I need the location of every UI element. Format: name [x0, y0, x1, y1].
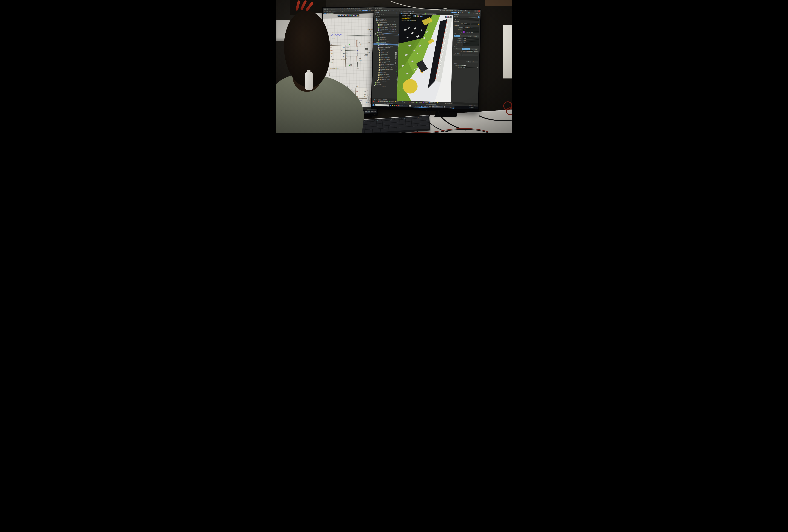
ref-des[interactable]: DA2 — [330, 43, 332, 45]
taskbar-app-icon[interactable] — [390, 105, 391, 106]
layer-tab[interactable]: LS — [372, 100, 376, 102]
tool-icon[interactable] — [341, 15, 342, 16]
layer-prev-arrow[interactable]: ‹ — [376, 101, 376, 102]
opacity-slider[interactable] — [468, 67, 478, 68]
taskbar-window-button[interactable]: EcoSBV... — [365, 111, 371, 113]
override-color-checkbox[interactable] — [462, 65, 464, 66]
layer-next-arrow[interactable]: › — [377, 101, 377, 102]
key[interactable] — [365, 129, 372, 133]
value[interactable]: 2.2µH — [332, 38, 336, 39]
key[interactable] — [406, 121, 411, 124]
key-f7[interactable]: F7 — [388, 118, 394, 120]
key[interactable] — [417, 118, 423, 121]
key[interactable] — [412, 123, 417, 126]
layer-tab[interactable]: [7] PWR — [422, 101, 428, 103]
source-server[interactable]: Server — [453, 48, 462, 50]
panel-pin-icon[interactable]: ╇ — [396, 12, 397, 14]
taskbar-window-button[interactable]: BDC-0301-Direct Driv... — [409, 105, 420, 107]
tool-icon[interactable] — [345, 15, 346, 16]
key-f6[interactable]: F6 — [381, 119, 388, 121]
menu-help[interactable]: Help — [412, 11, 414, 12]
key-f5[interactable]: F5 — [375, 119, 381, 121]
menu-reports[interactable]: Reports — [353, 10, 356, 11]
tray-clock[interactable]: 11:52 — [475, 107, 477, 108]
key[interactable] — [377, 121, 382, 123]
menu-view[interactable]: View — [380, 10, 383, 11]
tool-icon[interactable] — [340, 15, 341, 16]
add-snap-button[interactable]: Add — [466, 61, 471, 63]
ref-des[interactable]: L3 — [332, 31, 333, 33]
menu-window[interactable]: Window — [408, 11, 411, 12]
key[interactable] — [394, 122, 400, 125]
layer-tab[interactable]: [4] Signal 2 — [402, 101, 409, 103]
key[interactable] — [394, 125, 400, 127]
compile-icon[interactable] — [375, 14, 376, 15]
undo-icon[interactable] — [327, 8, 328, 9]
key[interactable] — [373, 129, 380, 133]
menu-route[interactable]: Route — [399, 11, 402, 12]
model-type-generic[interactable]: Generic — [454, 35, 460, 37]
lm-search-box[interactable]: Search — [367, 8, 373, 9]
taskbar-app-icon[interactable] — [392, 105, 393, 106]
key[interactable] — [400, 124, 406, 127]
layer-tab[interactable]: [5] GND2 — [409, 101, 415, 103]
override-color-swatch[interactable] — [464, 65, 466, 66]
key[interactable] — [406, 124, 412, 126]
tool-icon[interactable] — [354, 15, 355, 16]
model-type-cylinder[interactable]: Cylinder — [466, 35, 473, 37]
undo-icon[interactable] — [380, 8, 381, 9]
tray-chevron-icon[interactable]: ∧ — [469, 107, 470, 108]
y-field[interactable]: 83.694mm — [471, 23, 478, 25]
key[interactable] — [382, 121, 388, 123]
key[interactable] — [371, 126, 377, 129]
part-number[interactable]: TPS63000DRCR — [330, 67, 339, 69]
properties-search[interactable]: Search — [454, 18, 479, 21]
folder-icon[interactable] — [381, 14, 382, 15]
tool-icon[interactable] — [349, 15, 351, 16]
key[interactable] — [383, 125, 389, 128]
key[interactable] — [421, 125, 429, 129]
app-icon[interactable] — [375, 8, 376, 9]
close-button[interactable] — [478, 11, 480, 12]
panel-close-icon[interactable]: ✕ — [398, 12, 398, 14]
key-f12[interactable]: F12 — [422, 116, 428, 118]
key-f8[interactable]: F8 — [395, 118, 401, 120]
home-icon[interactable]: ⌂ — [465, 12, 466, 14]
layer-select[interactable]: Bottom 3D Body — [465, 31, 479, 33]
refresh-icon[interactable] — [377, 14, 378, 15]
chat-icon[interactable] — [458, 12, 459, 13]
menu-tools[interactable]: Tools — [344, 10, 347, 11]
opacity-field[interactable]: 100% — [462, 66, 468, 68]
key[interactable] — [388, 120, 394, 123]
panel-dropdown-icon[interactable]: ▾ — [479, 15, 479, 16]
buy-now-button[interactable]: Buy Now — [362, 10, 368, 11]
source-embed-model[interactable]: Embed Model — [462, 48, 470, 50]
menu-edit[interactable]: Edit — [327, 11, 328, 12]
tool-icon[interactable] — [348, 15, 349, 16]
key[interactable] — [400, 119, 406, 122]
net-label[interactable]: 4V2_LTE — [368, 28, 373, 30]
via-icon[interactable] — [418, 16, 419, 17]
maximize-button[interactable] — [477, 11, 478, 12]
key[interactable] — [417, 123, 423, 126]
speaker-icon[interactable] — [471, 107, 472, 108]
layer-tab[interactable]: [1] Component Side — [378, 100, 388, 102]
tool-icon[interactable] — [338, 15, 339, 16]
key[interactable] — [405, 126, 413, 130]
filter-icon[interactable] — [478, 16, 479, 18]
key[interactable] — [388, 123, 394, 125]
taskbar-window-button[interactable]: EcoSBV1.PrjPcb - Alti... — [432, 105, 443, 108]
taskbar-window-button[interactable]: EcoSBV... — [371, 110, 377, 113]
key[interactable] — [412, 121, 417, 123]
app-icon[interactable] — [323, 8, 324, 9]
pcb-3d-canvas[interactable]: L24 R12 R21 x: 83,200 dx: -6,900 mm y: 9… — [397, 14, 453, 102]
key-f4[interactable]: F4 — [368, 120, 374, 122]
key[interactable] — [417, 121, 423, 123]
key-f9[interactable]: F9 — [401, 117, 408, 119]
dropdown-arrow-icon[interactable]: ▾ — [423, 14, 423, 14]
layer-tab[interactable]: [2] GND1 — [389, 101, 394, 102]
model-type-sphere[interactable]: Sphere — [473, 35, 479, 37]
key[interactable] — [423, 120, 429, 123]
settings-gear-icon[interactable]: ⚙ — [467, 12, 468, 14]
save-icon[interactable] — [325, 8, 327, 9]
